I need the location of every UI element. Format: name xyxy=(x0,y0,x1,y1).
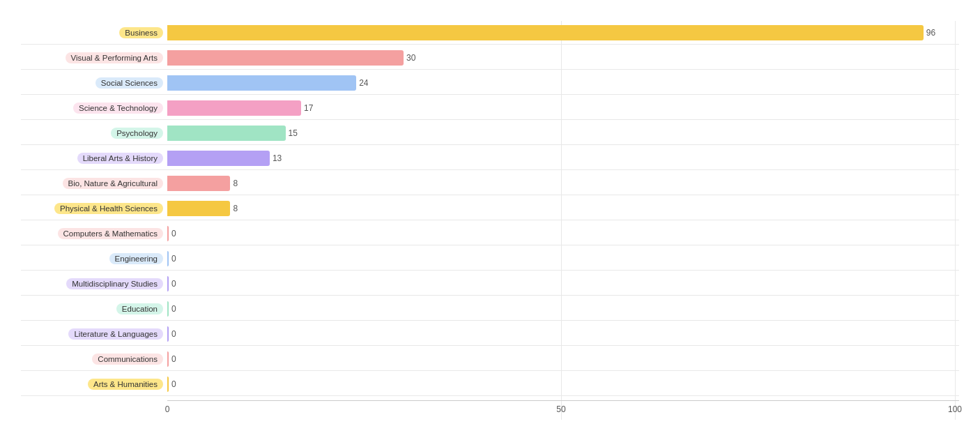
bar-container: 0 xyxy=(167,377,959,392)
bar-label-pill: Business xyxy=(119,27,163,38)
bar-label: Physical & Health Sciences xyxy=(21,203,167,214)
bar-label: Bio, Nature & Agricultural xyxy=(21,178,167,189)
bar-fill xyxy=(167,251,169,266)
bar-container: 0 xyxy=(167,326,959,342)
bar-value: 0 xyxy=(171,229,979,238)
bar-row: Literature & Languages 0 xyxy=(21,322,959,346)
bar-container: 0 xyxy=(167,301,959,317)
bar-container: 96 xyxy=(167,25,959,40)
bar-label-pill: Bio, Nature & Agricultural xyxy=(63,178,163,189)
bar-fill xyxy=(167,226,169,241)
bar-fill xyxy=(167,326,169,342)
bar-label-pill: Communications xyxy=(92,354,163,365)
bar-fill xyxy=(167,126,286,141)
bar-container: 17 xyxy=(167,100,959,116)
bar-label: Computers & Mathematics xyxy=(21,228,167,239)
bar-row: Education 0 xyxy=(21,297,959,321)
bar-row: Business 96 xyxy=(21,21,959,45)
bar-row: Engineering 0 xyxy=(21,247,959,271)
bar-fill xyxy=(167,377,169,392)
x-axis-tick: 100 xyxy=(948,404,962,414)
bar-label: Liberal Arts & History xyxy=(21,153,167,164)
bar-value: 0 xyxy=(171,354,979,364)
bar-fill xyxy=(167,151,270,166)
bar-fill xyxy=(167,75,356,91)
bar-label-pill: Multidisciplinary Studies xyxy=(66,278,163,289)
bar-label-pill: Engineering xyxy=(109,253,163,264)
bar-label-pill: Social Sciences xyxy=(95,77,163,89)
bar-container: 8 xyxy=(167,176,959,191)
bar-container: 0 xyxy=(167,351,959,367)
bar-label-pill: Science & Technology xyxy=(73,103,163,114)
bar-row: Science & Technology 17 xyxy=(21,96,959,120)
bar-label: Communications xyxy=(21,354,167,365)
bar-value: 0 xyxy=(171,279,979,289)
bar-fill xyxy=(167,176,230,191)
bar-label-pill: Physical & Health Sciences xyxy=(54,203,163,214)
bar-label-pill: Education xyxy=(116,303,163,314)
bar-fill xyxy=(167,201,230,216)
bar-value: 96 xyxy=(926,28,979,38)
bar-value: 0 xyxy=(171,304,979,314)
bar-label: Business xyxy=(21,27,167,38)
bar-container: 0 xyxy=(167,226,959,241)
bar-container: 13 xyxy=(167,151,959,166)
bar-container: 0 xyxy=(167,251,959,266)
bar-label-pill: Literature & Languages xyxy=(68,328,163,340)
bar-value: 24 xyxy=(359,78,979,88)
bar-value: 15 xyxy=(289,128,979,138)
bar-label: Science & Technology xyxy=(21,103,167,114)
bar-row: Social Sciences 24 xyxy=(21,71,959,95)
bar-row: Visual & Performing Arts 30 xyxy=(21,46,959,70)
bar-row: Psychology 15 xyxy=(21,121,959,145)
bar-row: Multidisciplinary Studies 0 xyxy=(21,272,959,296)
bar-fill xyxy=(167,25,924,40)
bar-value: 30 xyxy=(406,53,979,63)
bar-label: Multidisciplinary Studies xyxy=(21,278,167,289)
bar-value: 8 xyxy=(233,179,979,188)
bar-container: 8 xyxy=(167,201,959,216)
bar-container: 24 xyxy=(167,75,959,91)
bar-label: Literature & Languages xyxy=(21,328,167,340)
bar-label-pill: Psychology xyxy=(111,128,163,139)
bar-label: Engineering xyxy=(21,253,167,264)
bar-label: Psychology xyxy=(21,128,167,139)
x-axis-tick: 0 xyxy=(165,404,170,414)
bar-label-pill: Visual & Performing Arts xyxy=(66,52,163,63)
bar-fill xyxy=(167,351,169,367)
bar-label: Education xyxy=(21,303,167,314)
bar-row: Communications 0 xyxy=(21,347,959,371)
bar-value: 0 xyxy=(171,329,979,339)
bar-fill xyxy=(167,276,169,291)
bar-label: Visual & Performing Arts xyxy=(21,52,167,63)
bar-row: Physical & Health Sciences 8 xyxy=(21,197,959,220)
bar-container: 0 xyxy=(167,276,959,291)
chart-area: Business 96 Visual & Performing Arts 30 … xyxy=(21,21,959,420)
bar-row: Arts & Humanities 0 xyxy=(21,372,959,396)
bar-row: Bio, Nature & Agricultural 8 xyxy=(21,172,959,195)
bar-label-pill: Liberal Arts & History xyxy=(77,153,163,164)
bar-fill xyxy=(167,301,169,317)
bar-container: 30 xyxy=(167,50,959,66)
bar-value: 0 xyxy=(171,254,979,264)
bar-fill xyxy=(167,100,301,116)
bar-row: Computers & Mathematics 0 xyxy=(21,222,959,245)
bar-label-pill: Computers & Mathematics xyxy=(58,228,164,239)
x-axis-tick: 50 xyxy=(556,404,565,414)
bar-value: 17 xyxy=(304,103,979,113)
bar-label-pill: Arts & Humanities xyxy=(88,379,163,390)
bar-row: Liberal Arts & History 13 xyxy=(21,146,959,170)
bar-value: 13 xyxy=(273,153,979,163)
bar-label: Arts & Humanities xyxy=(21,379,167,390)
bar-fill xyxy=(167,50,404,66)
bar-label: Social Sciences xyxy=(21,77,167,89)
bar-value: 0 xyxy=(171,379,979,389)
bar-value: 8 xyxy=(233,204,979,213)
bar-container: 15 xyxy=(167,126,959,141)
